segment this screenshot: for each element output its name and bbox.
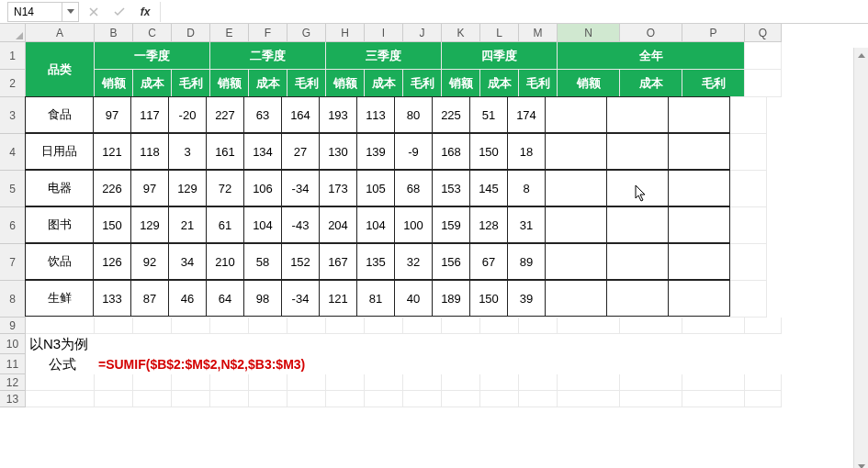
cell[interactable]: 150 — [469, 133, 508, 170]
cell[interactable] — [682, 391, 745, 407]
cell[interactable]: 225 — [432, 96, 470, 133]
cell[interactable] — [745, 318, 782, 334]
column-header-O[interactable]: O — [620, 24, 682, 42]
cell[interactable]: 104 — [356, 206, 395, 243]
cell[interactable] — [730, 97, 767, 134]
cell[interactable]: 129 — [168, 170, 207, 206]
cell[interactable] — [326, 318, 365, 334]
formula-text[interactable]: =SUMIF($B$2:$M$2,N$2,$B3:$M3) — [95, 354, 462, 374]
cell[interactable]: 227 — [206, 96, 244, 133]
cell[interactable]: 150 — [93, 206, 131, 243]
cell[interactable] — [519, 318, 558, 334]
cell[interactable]: 87 — [130, 280, 169, 317]
cell[interactable]: 152 — [281, 243, 320, 280]
header-metric[interactable]: 毛利 — [519, 70, 558, 97]
cell[interactable]: 156 — [432, 243, 470, 280]
cell-category[interactable]: 食品 — [25, 96, 94, 133]
cell[interactable] — [172, 391, 210, 407]
column-header-A[interactable]: A — [26, 24, 95, 42]
cell[interactable]: 98 — [243, 280, 282, 317]
header-metric[interactable]: 毛利 — [682, 70, 745, 97]
cell[interactable] — [558, 318, 620, 334]
cell[interactable]: 164 — [281, 96, 320, 133]
cell[interactable] — [606, 243, 669, 280]
cell[interactable] — [442, 318, 480, 334]
cell[interactable] — [606, 96, 669, 133]
cell[interactable] — [403, 391, 442, 407]
cell[interactable]: 159 — [432, 206, 470, 243]
row-header-5[interactable]: 5 — [0, 171, 26, 207]
name-box[interactable]: N14 — [7, 2, 62, 22]
cell[interactable]: 133 — [93, 280, 131, 317]
row-header-4[interactable]: 4 — [0, 134, 26, 171]
cell[interactable]: 210 — [206, 243, 244, 280]
cell[interactable]: 97 — [130, 170, 169, 206]
cell[interactable]: 204 — [319, 206, 357, 243]
cell-category[interactable]: 日用品 — [25, 133, 94, 170]
cell[interactable] — [668, 133, 730, 170]
header-metric[interactable]: 销额 — [558, 70, 620, 97]
column-header-N[interactable]: N — [558, 24, 620, 42]
cell[interactable]: 173 — [319, 170, 357, 206]
cell[interactable] — [210, 374, 249, 391]
cell[interactable]: 139 — [356, 133, 395, 170]
header-quarter-4[interactable]: 四季度 — [442, 42, 558, 70]
cell[interactable] — [133, 318, 172, 334]
cell[interactable]: 40 — [394, 280, 433, 317]
cell[interactable]: 226 — [93, 170, 131, 206]
header-quarter-5[interactable]: 全年 — [558, 42, 745, 70]
cell[interactable]: 68 — [394, 170, 433, 206]
cell[interactable] — [545, 170, 607, 206]
cell[interactable]: -34 — [281, 170, 320, 206]
cell[interactable] — [365, 391, 403, 407]
cell[interactable]: 21 — [168, 206, 207, 243]
cell[interactable]: 106 — [243, 170, 282, 206]
header-metric[interactable]: 销额 — [442, 70, 480, 97]
cell[interactable] — [210, 318, 249, 334]
column-header-K[interactable]: K — [442, 24, 480, 42]
cell[interactable] — [730, 244, 767, 281]
cell-category[interactable]: 生鲜 — [25, 280, 94, 317]
formula-label[interactable]: 公式 — [26, 354, 95, 374]
cell[interactable]: 39 — [507, 280, 546, 317]
cell[interactable] — [745, 42, 782, 70]
cell[interactable]: 128 — [469, 206, 508, 243]
cell[interactable]: 51 — [469, 96, 508, 133]
column-header-J[interactable]: J — [403, 24, 442, 42]
cell[interactable]: 64 — [206, 280, 244, 317]
cell[interactable] — [172, 318, 210, 334]
column-header-H[interactable]: H — [326, 24, 365, 42]
cell[interactable]: 153 — [432, 170, 470, 206]
cell[interactable] — [26, 318, 95, 334]
header-quarter-2[interactable]: 二季度 — [210, 42, 326, 70]
cell[interactable]: 58 — [243, 243, 282, 280]
cell[interactable] — [545, 206, 607, 243]
column-header-F[interactable]: F — [249, 24, 287, 42]
cell[interactable] — [95, 318, 133, 334]
cell[interactable] — [730, 281, 767, 318]
cell[interactable] — [519, 374, 558, 391]
cell[interactable]: 89 — [507, 243, 546, 280]
cell[interactable]: 121 — [319, 280, 357, 317]
cell[interactable]: 130 — [319, 133, 357, 170]
cell[interactable] — [287, 318, 326, 334]
cell[interactable]: 118 — [130, 133, 169, 170]
header-metric[interactable]: 销额 — [210, 70, 249, 97]
cell[interactable] — [326, 374, 365, 391]
column-header-D[interactable]: D — [172, 24, 210, 42]
cell[interactable] — [745, 70, 782, 97]
cell[interactable] — [403, 318, 442, 334]
cell[interactable]: 100 — [394, 206, 433, 243]
cell[interactable]: 135 — [356, 243, 395, 280]
cell[interactable]: -34 — [281, 280, 320, 317]
header-metric[interactable]: 销额 — [326, 70, 365, 97]
cell[interactable]: 27 — [281, 133, 320, 170]
cell[interactable]: 117 — [130, 96, 169, 133]
cell[interactable] — [249, 391, 287, 407]
cell[interactable]: 126 — [93, 243, 131, 280]
cell-category[interactable]: 图书 — [25, 206, 94, 243]
cell[interactable] — [95, 391, 133, 407]
note-example-cell[interactable]: 以N3为例 — [26, 334, 210, 354]
header-metric[interactable]: 销额 — [95, 70, 133, 97]
cell[interactable] — [682, 374, 745, 391]
